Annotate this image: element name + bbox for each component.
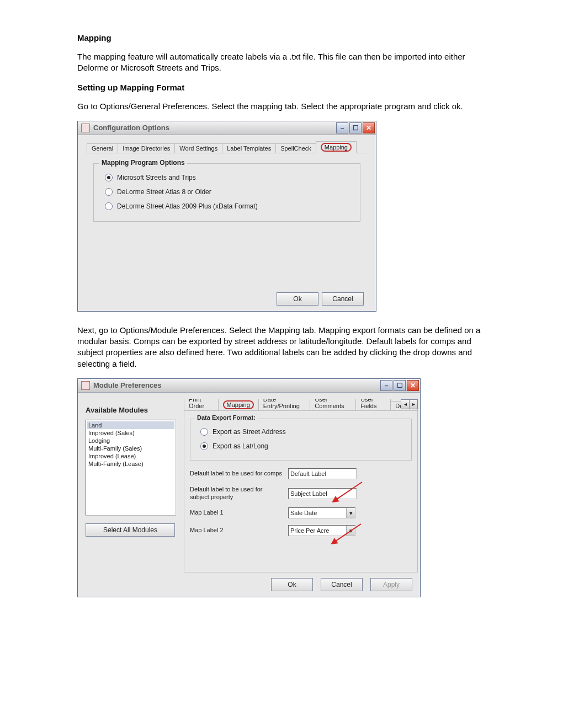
cancel-button[interactable]: Cancel — [321, 578, 363, 591]
subject-default-label: Default label to be used for subject pro… — [190, 486, 283, 501]
tab-spellcheck[interactable]: SpellCheck — [275, 143, 316, 153]
paragraph-intro: The mapping feature will automatically c… — [77, 51, 486, 74]
window-configuration-options: Configuration Options – ☐ ✕ General Imag… — [77, 121, 376, 312]
app-icon — [81, 124, 90, 132]
group-data-export-format: Data Export Format: Export as Street Add… — [190, 419, 412, 461]
maximize-button[interactable]: ☐ — [349, 122, 362, 133]
radio-label: DeLorme Street Atlas 2009 Plus (xData Fo… — [117, 202, 258, 210]
module-list[interactable]: Land Improved (Sales) Lodging Multi-Fami… — [86, 420, 176, 516]
module-item-improved-lease[interactable]: Improved (Lease) — [87, 452, 174, 460]
radio-ms-streets[interactable]: Microsoft Streets and Trips — [102, 170, 352, 185]
radio-icon — [105, 188, 113, 196]
radio-label: DeLorme Street Atlas 8 or Older — [117, 188, 211, 196]
chevron-down-icon[interactable]: ▾ — [346, 508, 355, 518]
module-item-multifamily-lease[interactable]: Multi-Family (Lease) — [87, 460, 174, 468]
mapping-panel: Data Export Format: Export as Street Add… — [184, 411, 418, 572]
radio-export-street-address[interactable]: Export as Street Address — [197, 425, 405, 439]
radio-delorme-2009[interactable]: DeLorme Street Atlas 2009 Plus (xData Fo… — [102, 199, 352, 213]
radio-icon — [105, 174, 113, 181]
titlebar: Module Preferences – ☐ ✕ — [78, 379, 420, 393]
comps-default-label: Default label to be used for comps — [190, 470, 283, 478]
window-title: Module Preferences — [93, 381, 162, 389]
radio-icon — [200, 442, 208, 450]
tab-word-settings[interactable]: Word Settings — [174, 143, 222, 153]
tab-general[interactable]: General — [87, 143, 118, 153]
maximize-button[interactable]: ☐ — [394, 380, 406, 391]
module-item-improved-sales[interactable]: Improved (Sales) — [87, 429, 174, 437]
radio-label: Microsoft Streets and Trips — [117, 174, 196, 181]
radio-icon — [105, 202, 113, 210]
app-icon — [81, 381, 90, 390]
heading-setup: Setting up Mapping Format — [77, 83, 486, 92]
tab-scroll-right[interactable]: ▸ — [409, 399, 418, 409]
tab-mapping[interactable]: Mapping — [316, 141, 357, 153]
tab-mapping-highlight: Mapping — [321, 143, 352, 152]
cancel-button[interactable]: Cancel — [322, 292, 364, 306]
ok-button[interactable]: Ok — [277, 292, 318, 306]
paragraph-general-prefs: Go to Options/General Preferences. Selec… — [77, 101, 486, 112]
minimize-button[interactable]: – — [380, 380, 392, 391]
tab-mapping-highlight: Mapping — [223, 400, 254, 409]
combo-value: Sale Date — [289, 508, 346, 518]
tab-row: Print Order Mapping Date Entry/Printing … — [184, 399, 418, 411]
available-modules-label: Available Modules — [86, 406, 184, 414]
close-button[interactable]: ✕ — [363, 122, 375, 133]
tab-user-fields[interactable]: User Fields — [355, 399, 391, 410]
tab-scroll: ◂ ▸ — [401, 399, 418, 409]
comps-default-input[interactable]: Default Label — [288, 468, 357, 479]
window-title: Configuration Options — [93, 124, 169, 132]
tab-label-templates[interactable]: Label Templates — [222, 143, 276, 153]
map-label-1-label: Map Label 1 — [190, 509, 283, 517]
radio-label: Export as Lat/Long — [213, 442, 268, 450]
tab-date-entry-printing[interactable]: Date Entry/Printing — [258, 399, 311, 410]
radio-label: Export as Street Address — [213, 428, 286, 436]
window-module-preferences: Module Preferences – ☐ ✕ Available Modul… — [77, 378, 421, 597]
group-mapping-program-options: Mapping Program Options Microsoft Street… — [93, 163, 360, 222]
select-all-modules-button[interactable]: Select All Modules — [86, 523, 175, 537]
map-label-1-combo[interactable]: Sale Date ▾ — [288, 507, 355, 518]
module-item-land[interactable]: Land — [87, 421, 174, 429]
tab-scroll-left[interactable]: ◂ — [401, 399, 410, 409]
tab-print-order[interactable]: Print Order — [184, 399, 219, 410]
module-item-multifamily-sales[interactable]: Multi-Family (Sales) — [87, 445, 174, 452]
heading-mapping: Mapping — [77, 33, 486, 42]
tab-mapping[interactable]: Mapping — [218, 399, 259, 411]
tab-row: General Image Directories Word Settings … — [87, 142, 367, 153]
radio-delorme-8[interactable]: DeLorme Street Atlas 8 or Older — [102, 185, 352, 199]
apply-button[interactable]: Apply — [370, 578, 412, 591]
combo-value: Price Per Acre — [289, 526, 346, 536]
ok-button[interactable]: Ok — [271, 578, 313, 591]
radio-icon — [200, 428, 208, 436]
group-legend: Mapping Program Options — [99, 159, 187, 167]
minimize-button[interactable]: – — [336, 122, 348, 133]
tab-user-comments[interactable]: User Comments — [310, 399, 356, 410]
tab-image-directories[interactable]: Image Directories — [118, 143, 175, 153]
map-label-2-label: Map Label 2 — [190, 527, 283, 534]
export-legend: Data Export Format: — [195, 414, 258, 421]
titlebar: Configuration Options – ☐ ✕ — [78, 121, 376, 135]
close-button[interactable]: ✕ — [407, 380, 419, 391]
radio-export-lat-long[interactable]: Export as Lat/Long — [197, 439, 405, 453]
paragraph-module-prefs: Next, go to Options/Module Preferences. … — [77, 325, 486, 370]
module-item-lodging[interactable]: Lodging — [87, 437, 174, 445]
